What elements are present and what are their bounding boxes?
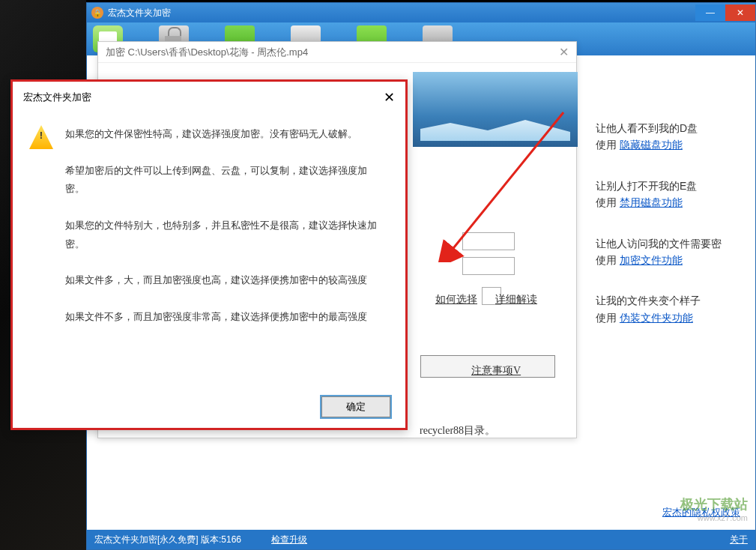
password-field[interactable] (462, 232, 515, 250)
status-text: 宏杰文件夹加密[永久免费] 版本:5166 (94, 534, 241, 546)
info-p4: 如果文件多，大，而且加密强度也高，建议选择便携加密中的较高强度 (65, 271, 386, 290)
encrypt-dialog-title: 加密 C:\Users\香香\Desktop\花海 - 周杰伦.mp4 ✕ (98, 42, 576, 63)
window-controls: — ✕ (695, 4, 755, 21)
recycler-text: recycler88目录。 (420, 424, 495, 438)
confirm-password-field[interactable] (462, 257, 515, 275)
tip-use-label: 使用 (596, 196, 620, 208)
info-modal-titlebar: 宏杰文件夹加密 ✕ (23, 89, 395, 106)
info-modal-close-button[interactable]: ✕ (384, 89, 395, 106)
tip-link-encrypt-file[interactable]: 加密文件功能 (620, 254, 683, 266)
tip-link-disable-disk[interactable]: 禁用磁盘功能 (620, 196, 683, 208)
status-bar: 宏杰文件夹加密[永久免费] 版本:5166 检查升级 关于 (87, 530, 755, 549)
tip-item: 让别人打不开我的E盘 使用 禁用磁盘功能 (596, 178, 742, 211)
info-p5: 如果文件不多，而且加密强度非常高，建议选择便携加密中的最高强度 (65, 308, 386, 327)
tip-use-label: 使用 (596, 254, 620, 266)
tip-title: 让别人打不开我的E盘 (596, 178, 742, 194)
tip-use-label: 使用 (596, 139, 620, 151)
banner-image (413, 72, 578, 147)
check-update-link[interactable]: 检查升级 (271, 534, 307, 546)
tip-use-label: 使用 (596, 312, 620, 324)
minimize-button[interactable]: — (695, 4, 725, 21)
notice-link[interactable]: 注意事项V (471, 365, 521, 376)
watermark-logo-text: 极光下载站 (628, 495, 748, 513)
info-modal: 宏杰文件夹加密 ✕ 如果您的文件保密性特高，建议选择强度加密。没有密码无人破解。… (10, 79, 408, 430)
about-link[interactable]: 关于 (730, 534, 748, 546)
info-modal-title: 宏杰文件夹加密 (23, 91, 91, 104)
watermark-url: www.xz7.com (628, 513, 748, 522)
tip-title: 让他人访问我的文件需要密 (596, 235, 742, 252)
info-modal-text: 如果您的文件保密性特高，建议选择强度加密。没有密码无人破解。 希望加密后的文件可… (65, 125, 395, 345)
app-icon: 🔒 (91, 7, 103, 19)
info-p2: 希望加密后的文件可以上传到网盘、云盘，可以复制，建议选择强度加密。 (65, 162, 386, 199)
side-tips: 让他人看不到我的D盘 使用 隐藏磁盘功能 让别人打不开我的E盘 使用 禁用磁盘功… (596, 120, 742, 350)
detail-link[interactable]: 详细解读 (495, 293, 537, 306)
info-p3: 如果您的文件特别大，也特别多，并且私密性不是很高，建议选择快速加密。 (65, 217, 386, 253)
tip-item: 让我的文件夹变个样子 使用 伪装文件夹功能 (596, 292, 742, 326)
ok-button[interactable]: 确定 (321, 396, 390, 417)
tip-link-disguise-folder[interactable]: 伪装文件夹功能 (620, 312, 693, 324)
warning-icon (29, 125, 53, 149)
encrypt-title-text: 加密 C:\Users\香香\Desktop\花海 - 周杰伦.mp4 (106, 46, 308, 59)
how-to-choose-link[interactable]: 如何选择 (435, 293, 477, 306)
main-titlebar: 🔒 宏杰文件夹加密 — ✕ (87, 3, 755, 22)
tip-item: 让他人看不到我的D盘 使用 隐藏磁盘功能 (596, 120, 742, 154)
watermark: 极光下载站 www.xz7.com (628, 495, 748, 528)
encrypt-close-button[interactable]: ✕ (559, 45, 569, 59)
app-title: 宏杰文件夹加密 (108, 7, 171, 19)
info-p1: 如果您的文件保密性特高，建议选择强度加密。没有密码无人破解。 (65, 125, 386, 144)
encrypt-links: 如何选择 详细解读 (435, 293, 537, 306)
tip-title: 让他人看不到我的D盘 (596, 120, 742, 136)
close-button[interactable]: ✕ (725, 4, 755, 21)
tip-link-hide-disk[interactable]: 隐藏磁盘功能 (620, 139, 683, 151)
tip-title: 让我的文件夹变个样子 (596, 292, 742, 309)
tip-item: 让他人访问我的文件需要密 使用 加密文件功能 (596, 235, 742, 269)
